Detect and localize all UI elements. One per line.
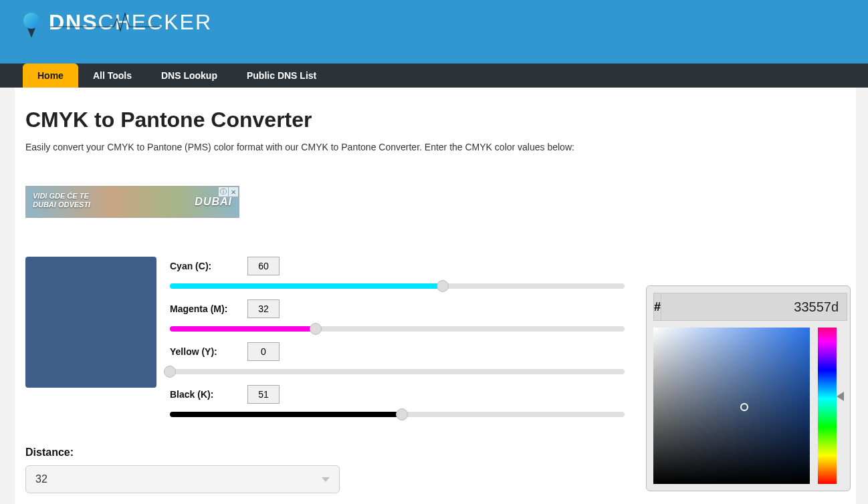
nav-all-tools[interactable]: All Tools xyxy=(78,64,146,88)
input-yellow[interactable] xyxy=(247,342,280,361)
page-description: Easily convert your CMYK to Pantone (PMS… xyxy=(25,142,845,152)
label-black: Black (K): xyxy=(170,389,234,400)
label-yellow: Yellow (Y): xyxy=(170,346,234,357)
site-logo[interactable]: DNSCHECKER xyxy=(23,10,868,35)
chevron-down-icon xyxy=(322,477,330,482)
track-black[interactable] xyxy=(170,412,625,417)
ad-info-icon[interactable]: ⓘ xyxy=(219,187,228,197)
ad-brand: DUBAI xyxy=(195,196,232,208)
thumb-cyan[interactable] xyxy=(437,280,449,292)
thumb-yellow[interactable] xyxy=(164,366,176,378)
thumb-black[interactable] xyxy=(396,408,408,420)
input-magenta[interactable] xyxy=(247,299,280,318)
color-picker-panel: # xyxy=(646,285,851,491)
thumb-magenta[interactable] xyxy=(310,323,322,335)
slider-magenta: Magenta (M): xyxy=(170,299,638,332)
fill-black xyxy=(170,412,402,417)
logo-text: DNSCHECKER xyxy=(49,10,212,35)
slider-cyan: Cyan (C): xyxy=(170,257,638,289)
nav-dns-lookup[interactable]: DNS Lookup xyxy=(146,64,232,88)
hue-slider[interactable] xyxy=(818,328,837,484)
nav-home[interactable]: Home xyxy=(23,64,78,88)
label-cyan: Cyan (C): xyxy=(170,261,234,271)
ad-close-icon[interactable]: ✕ xyxy=(229,187,238,197)
main-content: CMYK to Pantone Converter Easily convert… xyxy=(15,88,856,504)
hex-input[interactable] xyxy=(661,293,847,321)
track-cyan[interactable] xyxy=(170,283,625,289)
label-magenta: Magenta (M): xyxy=(170,303,234,314)
input-black[interactable] xyxy=(247,385,280,404)
input-cyan[interactable] xyxy=(247,257,280,275)
hue-arrow-icon[interactable] xyxy=(837,392,844,401)
globe-pin-icon xyxy=(23,13,43,33)
fill-magenta xyxy=(170,326,316,332)
nav-public-dns-list[interactable]: Public DNS List xyxy=(232,64,331,88)
ad-banner[interactable]: VIDI GDE ĆE TE DUBAI ODVESTI DUBAI ⓘ ✕ xyxy=(25,186,239,218)
slider-yellow: Yellow (Y): xyxy=(170,342,638,374)
main-nav: Home All Tools DNS Lookup Public DNS Lis… xyxy=(0,64,868,88)
color-swatch xyxy=(25,257,156,388)
hex-hash-label: # xyxy=(653,293,661,321)
saturation-area[interactable] xyxy=(653,328,810,484)
ad-text: VIDI GDE ĆE TE DUBAI ODVESTI xyxy=(33,192,90,209)
header-banner: DNSCHECKER xyxy=(0,0,868,64)
saturation-selector[interactable] xyxy=(740,403,748,411)
distance-value: 32 xyxy=(35,473,47,485)
fill-cyan xyxy=(170,283,443,289)
slider-black: Black (K): xyxy=(170,385,638,417)
cmyk-sliders: Cyan (C): Magenta (M): xyxy=(170,257,638,428)
track-magenta[interactable] xyxy=(170,326,625,332)
page-title: CMYK to Pantone Converter xyxy=(25,108,845,132)
distance-select[interactable]: 32 xyxy=(25,465,340,493)
track-yellow[interactable] xyxy=(170,369,625,374)
hex-row: # xyxy=(653,293,843,321)
